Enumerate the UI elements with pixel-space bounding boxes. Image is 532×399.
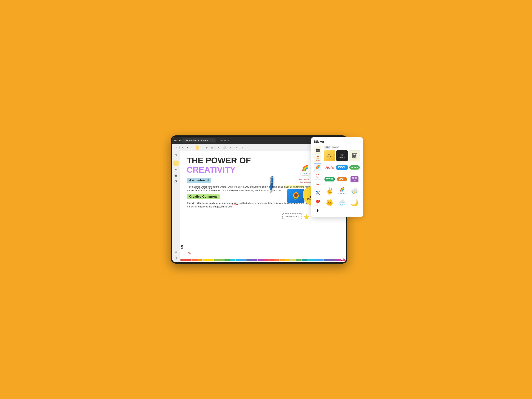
sticker-thunder-cloud[interactable]: ⛈️ xyxy=(349,186,360,196)
toolbar-btn-a[interactable]: A xyxy=(181,146,184,150)
toolbar-separator3 xyxy=(233,146,234,149)
color-seg xyxy=(214,259,219,261)
color-seg xyxy=(208,259,213,261)
toolbar-btn-strikethrough[interactable]: S xyxy=(186,146,189,150)
svg-point-10 xyxy=(316,174,319,177)
sidebar-icon-image[interactable] xyxy=(173,173,178,178)
bottom-left-nav: 🔖 xyxy=(188,252,191,255)
device-container: UPDF THE POWER OF CREATIVIT... ✎ New Tab… xyxy=(171,132,361,267)
color-seg xyxy=(318,259,323,261)
toolbar-btn-text2[interactable]: T xyxy=(200,146,203,150)
rainbow-sticker-doc: 🌈 NICE xyxy=(300,165,310,176)
active-tab[interactable]: THE POWER OF CREATIVIT... ✎ xyxy=(182,138,216,143)
sidebar-icon-bookmark[interactable] xyxy=(173,256,178,261)
updf-mini-logo: UPDF xyxy=(324,146,331,149)
sticker-good-try[interactable]: GOODTRY xyxy=(349,174,360,185)
sticker-done[interactable]: DONE xyxy=(349,162,360,173)
sticker-content-area: 🎬 🎅 🌈 ↪ ✈️ ❤️ 9 UPDF MOOD xyxy=(314,146,360,214)
sticker-thumb-circle[interactable] xyxy=(314,172,321,180)
color-seg xyxy=(224,259,230,261)
color-seg xyxy=(180,259,186,261)
bookmark-bottom-icon[interactable]: 🔖 xyxy=(188,252,191,255)
left-sidebar xyxy=(172,151,180,262)
toolbar-btn-underline[interactable]: U xyxy=(191,146,194,150)
color-bar xyxy=(180,259,346,261)
color-seg xyxy=(258,259,263,261)
color-seg xyxy=(191,259,197,261)
sticker-notepad[interactable]: 📓 xyxy=(349,150,360,161)
sidebar-icon-check[interactable] xyxy=(173,179,178,184)
sticker-thumb-plane[interactable]: ✈️ xyxy=(314,189,321,197)
sticker-yeah[interactable]: YEAH xyxy=(336,174,348,185)
sticker-rainbow-nice[interactable]: 🌈 NICE xyxy=(336,186,348,196)
inactive-tab[interactable]: New Tab + xyxy=(217,138,232,143)
sticker-thumb-arrow[interactable]: ↪ xyxy=(314,181,321,188)
toolbar-btn-grid1[interactable]: ⊞ xyxy=(205,146,208,150)
sticker-thumb-film[interactable]: 🎬 xyxy=(314,146,321,154)
sticker-sun-face[interactable]: 🌞 xyxy=(324,197,335,208)
toolbar-separator xyxy=(179,146,180,149)
color-seg xyxy=(302,259,307,261)
color-seg xyxy=(235,259,241,261)
sticker-left-column: 🎬 🎅 🌈 ↪ ✈️ ❤️ 9 xyxy=(314,146,323,214)
svg-rect-4 xyxy=(175,170,177,170)
sticker-row-5: 🌞 🌧️ 🌙 xyxy=(324,197,360,208)
color-seg xyxy=(296,259,301,261)
sticker-thumb-nine[interactable]: 9 xyxy=(314,207,321,214)
color-seg xyxy=(197,259,202,261)
toolbar-btn-shape[interactable]: ⬜ xyxy=(222,146,226,150)
sticker-thumb-rainbow[interactable]: 🌈 xyxy=(314,163,321,171)
section1-heading: A whiteboard xyxy=(187,178,211,183)
toolbar-btn-text[interactable]: T xyxy=(196,146,199,150)
color-seg xyxy=(247,259,252,261)
sidebar-icon-layers[interactable] xyxy=(173,249,178,254)
sidebar-icon-pages[interactable] xyxy=(173,152,178,158)
svg-rect-7 xyxy=(175,175,177,177)
toolbar-btn-circle[interactable]: ⊙ xyxy=(228,146,232,150)
sidebar-icon-highlight[interactable] xyxy=(173,160,178,166)
sticker-moon[interactable]: 🌙 xyxy=(349,197,360,208)
sticker-hola[interactable]: Hola xyxy=(324,162,335,173)
tab-plus-icon: + xyxy=(228,139,229,142)
sticker-wow[interactable]: WOW xyxy=(324,174,335,185)
color-seg xyxy=(219,259,224,261)
toolbar-btn-grid2[interactable]: ⊟ xyxy=(210,146,214,150)
color-seg xyxy=(323,259,329,261)
color-seg xyxy=(279,259,285,261)
toolbar-btn-draw[interactable]: ∧ xyxy=(217,146,220,150)
sticker-rain-cloud[interactable]: 🌧️ xyxy=(336,197,348,208)
color-seg xyxy=(329,259,334,261)
toolbar-btn-font[interactable]: A xyxy=(241,146,244,150)
chat-icon[interactable]: 💬 xyxy=(341,258,344,261)
sticker-panel-header: UPDF MOOD xyxy=(324,146,360,149)
toolbar-btn-user[interactable]: ☺ xyxy=(235,146,239,150)
sticker-main-content: UPDF MOOD MUCHBETTER BEHINDTHESCENES 📓 xyxy=(324,146,360,214)
color-seg xyxy=(186,259,191,261)
section2-heading: Creative Commons xyxy=(187,194,220,199)
sticker-row-2: Hola COOL DONE xyxy=(324,162,360,173)
star-element: ⭐ xyxy=(304,214,310,220)
sticker-row-3: WOW YEAH GOODTRY xyxy=(324,174,360,185)
sticker-thumb-heart[interactable]: ❤️ xyxy=(314,198,321,206)
number-nine: 9 xyxy=(181,245,184,250)
sticker-row-1: MUCHBETTER BEHINDTHESCENES 📓 xyxy=(324,150,360,161)
color-seg xyxy=(312,259,318,261)
svg-rect-5 xyxy=(175,169,177,170)
bottom-icons: 💬 xyxy=(341,258,344,261)
sticker-much-better[interactable]: MUCHBETTER xyxy=(324,150,335,161)
sticker-thumb-santa[interactable]: 🎅 xyxy=(314,155,321,162)
toolbar-btn-comment[interactable]: ≡ xyxy=(175,146,178,150)
sticker-behind-scenes[interactable]: BEHINDTHESCENES xyxy=(336,150,348,161)
sidebar-icon-stamp[interactable] xyxy=(173,167,178,172)
color-seg xyxy=(203,259,208,261)
sticker-panel-title: Sticker xyxy=(314,140,360,144)
sticker-peace-hand[interactable]: ✌️ xyxy=(324,186,335,196)
app-logo: UPDF xyxy=(174,139,181,142)
color-seg xyxy=(241,259,246,261)
sticker-cool[interactable]: COOL xyxy=(336,162,348,173)
sticker-row-4: ✌️ 🌈 NICE ⛈️ xyxy=(324,186,360,196)
toolbar-separator2 xyxy=(215,146,215,149)
headspace-note: Headspace ? xyxy=(282,213,302,219)
color-seg xyxy=(291,259,296,261)
color-seg xyxy=(263,259,268,261)
